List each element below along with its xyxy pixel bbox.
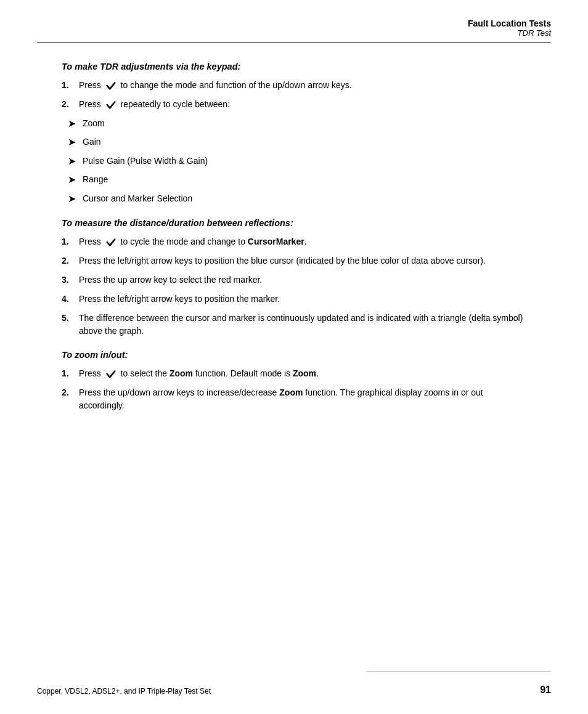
footer-left-text: Copper, VDSL2, ADSL2+, and IP Triple-Pla… (37, 687, 211, 696)
sub-list-text: Gain (83, 136, 101, 148)
sub-list-text: Zoom (83, 117, 105, 130)
checkmark-icon (105, 80, 116, 91)
footer-divider (366, 671, 551, 672)
header: Fault Location Tests TDR Test (0, 0, 588, 43)
checkmark-icon (105, 368, 116, 379)
list-number: 4. (62, 293, 79, 306)
list-item: 1. Press to cycle the mode and change to… (62, 235, 526, 248)
arrow-bullet-icon: ➤ (68, 192, 83, 206)
list-item: 1. Press to select the Zoom function. De… (62, 367, 526, 380)
list-item: 2. Press the left/right arrow keys to po… (62, 254, 526, 267)
list-content: Press to cycle the mode and change to Cu… (79, 235, 526, 248)
header-title: Fault Location Tests (468, 18, 551, 28)
list-item: 4. Press the left/right arrow keys to po… (62, 293, 526, 306)
header-subtitle: TDR Test (518, 28, 551, 38)
keypad-sub-list: ➤ Zoom ➤ Gain ➤ Pulse Gain (Pulse Width … (68, 117, 526, 206)
sub-list-text: Cursor and Marker Selection (83, 192, 192, 205)
sub-list-item: ➤ Cursor and Marker Selection (68, 192, 526, 206)
list-content: Press the up arrow key to select the red… (79, 274, 526, 286)
checkmark-icon (105, 237, 116, 248)
list-number: 2. (62, 98, 79, 111)
list-content: Press to select the Zoom function. Defau… (79, 367, 526, 380)
zoom-list: 1. Press to select the Zoom function. De… (62, 367, 526, 412)
sub-list-item: ➤ Zoom (68, 117, 526, 131)
list-number: 1. (62, 235, 79, 248)
section-heading-zoom: To zoom in/out: (62, 350, 526, 360)
checkmark-icon (105, 99, 116, 110)
distance-list: 1. Press to cycle the mode and change to… (62, 235, 526, 338)
list-item: 2. Press repeatedly to cycle between: (62, 98, 526, 111)
sub-list-text: Pulse Gain (Pulse Width & Gain) (83, 155, 208, 168)
page: Fault Location Tests TDR Test To make TD… (0, 0, 588, 714)
list-number: 3. (62, 274, 79, 286)
list-item: 1. Press to change the mode and function… (62, 79, 526, 92)
list-number: 5. (62, 312, 79, 325)
sub-list-item: ➤ Pulse Gain (Pulse Width & Gain) (68, 155, 526, 168)
section-heading-distance: To measure the distance/duration between… (62, 218, 526, 228)
arrow-bullet-icon: ➤ (68, 117, 83, 131)
sub-list-item: ➤ Gain (68, 136, 526, 149)
footer-page-number: 91 (540, 684, 551, 696)
bold-text: Zoom (293, 368, 316, 378)
bold-text: Zoom (169, 368, 193, 378)
list-content: Press the left/right arrow keys to posit… (79, 254, 526, 267)
list-number: 1. (62, 367, 79, 380)
list-content: Press the up/down arrow keys to increase… (79, 386, 526, 412)
list-item: 3. Press the up arrow key to select the … (62, 274, 526, 286)
arrow-bullet-icon: ➤ (68, 155, 83, 168)
bold-text: CursorMarker (248, 237, 304, 246)
section-heading-keypad: To make TDR adjustments via the keypad: (62, 62, 526, 71)
list-content: Press the left/right arrow keys to posit… (79, 293, 526, 306)
list-content: Press to change the mode and function of… (79, 79, 526, 92)
list-item: 5. The difference between the cursor and… (62, 312, 526, 338)
bold-text: Zoom (279, 387, 303, 397)
list-number: 1. (62, 79, 79, 92)
list-content: The difference between the cursor and ma… (79, 312, 526, 338)
keypad-list: 1. Press to change the mode and function… (62, 79, 526, 111)
footer: Copper, VDSL2, ADSL2+, and IP Triple-Pla… (0, 684, 588, 696)
list-number: 2. (62, 386, 79, 399)
list-content: Press repeatedly to cycle between: (79, 98, 526, 111)
sub-list-item: ➤ Range (68, 173, 526, 187)
arrow-bullet-icon: ➤ (68, 173, 83, 187)
list-number: 2. (62, 254, 79, 267)
arrow-bullet-icon: ➤ (68, 136, 83, 149)
sub-list-text: Range (83, 173, 108, 186)
list-item: 2. Press the up/down arrow keys to incre… (62, 386, 526, 412)
main-content: To make TDR adjustments via the keypad: … (0, 43, 588, 455)
